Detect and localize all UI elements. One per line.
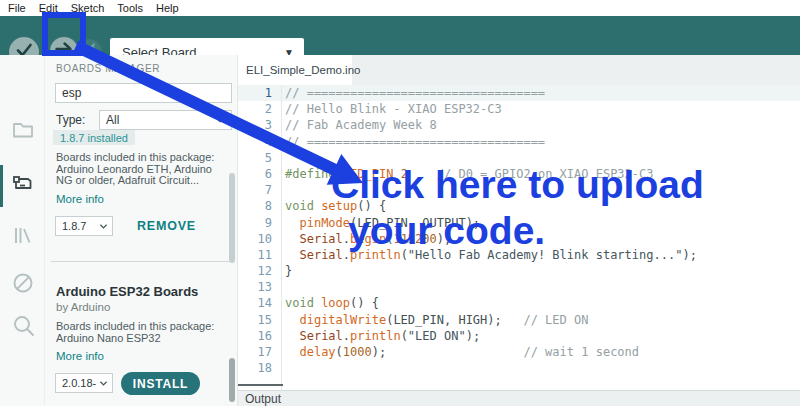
line-number: 16 (238, 328, 272, 344)
sidebar-item-boards-manager[interactable] (11, 171, 35, 195)
code-line-4[interactable]: 4// ================================= (238, 134, 800, 150)
code-line-9[interactable]: 9 pinMode(LED_PIN, OUTPUT); (238, 215, 800, 231)
code-text (272, 182, 285, 198)
code-text: // Hello Blink - XIAO ESP32-C3 (272, 101, 502, 117)
editor-tab-bar: ELI_Simple_Demo.ino (238, 55, 800, 85)
line-number: 7 (238, 182, 272, 198)
panel-scrollbar-thumb-lower[interactable] (229, 358, 235, 402)
books-icon (11, 233, 35, 250)
install-button[interactable]: INSTALL (121, 372, 200, 395)
code-text: } (272, 263, 292, 279)
activity-sidebar (0, 55, 45, 406)
package2-description: Boards included in this package:Arduino … (56, 321, 214, 344)
gutter-separator (281, 85, 282, 390)
arduino-ide-window: FileEditSketchToolsHelp Select Board ▼ (0, 0, 800, 406)
output-panel-title: Output (245, 392, 281, 406)
package1-version-dropdown[interactable]: 1.8.7 (55, 216, 113, 236)
code-text: void loop() { (272, 295, 379, 311)
line-number: 18 (238, 360, 272, 376)
code-line-1[interactable]: 1// ================================= (238, 85, 800, 101)
sidebar-item-library-manager[interactable] (11, 223, 35, 247)
menu-item-tools[interactable]: Tools (117, 0, 143, 16)
line-number: 3 (238, 117, 272, 133)
code-line-17[interactable]: 17 delay(1000); // wait 1 second (238, 344, 800, 360)
description-line: NG or older, Adafruit Circuit... (56, 175, 214, 187)
description-line: Arduino Nano ESP32 (56, 333, 214, 345)
line-number: 13 (238, 279, 272, 295)
panel-scrollbar-thumb[interactable] (229, 173, 235, 263)
description-line: Boards included in this package: (56, 321, 214, 333)
code-line-15[interactable]: 15 digitalWrite(LED_PIN, HIGH); // LED O… (238, 312, 800, 328)
description-line: Boards included in this package: (56, 152, 214, 164)
package1-more-info-link[interactable]: More info (56, 193, 104, 205)
line-number: 9 (238, 215, 272, 231)
code-line-2[interactable]: 2// Hello Blink - XIAO ESP32-C3 (238, 101, 800, 117)
code-line-5[interactable]: 5 (238, 150, 800, 166)
menu-item-file[interactable]: File (8, 0, 26, 16)
code-line-10[interactable]: 10 Serial.begin(115200); (238, 231, 800, 247)
code-line-14[interactable]: 14void loop() { (238, 295, 800, 311)
code-line-18[interactable]: 18 (238, 360, 800, 376)
remove-button[interactable]: REMOVE (137, 219, 196, 233)
code-area[interactable]: 1// =================================2//… (238, 85, 800, 390)
code-text: void setup() { (272, 198, 386, 214)
line-number: 5 (238, 150, 272, 166)
line-number: 4 (238, 134, 272, 150)
code-line-16[interactable]: 16 Serial.println("LED ON"); (238, 328, 800, 344)
menu-item-help[interactable]: Help (156, 0, 179, 16)
code-line-12[interactable]: 12} (238, 263, 800, 279)
code-text: delay(1000); // wait 1 second (272, 344, 639, 360)
menu-bar: FileEditSketchToolsHelp (0, 0, 800, 16)
boards-manager-panel: BOARDS MANAGER Type: All 1.8.7 installed… (45, 55, 238, 406)
line-number: 12 (238, 263, 272, 279)
code-text: #define LED_PIN 2 // D0 = GPIO2 on XIAO … (272, 166, 654, 182)
code-line-13[interactable]: 13 (238, 279, 800, 295)
package2-name: Arduino ESP32 Boards (56, 284, 198, 299)
search-icon (11, 325, 37, 342)
menu-item-edit[interactable]: Edit (39, 0, 58, 16)
active-tab-indicator (0, 165, 3, 207)
package-divider (51, 261, 232, 262)
output-panel-header[interactable]: Output (238, 390, 800, 406)
code-text: // ================================= (272, 134, 545, 150)
panel-title: BOARDS MANAGER (56, 63, 160, 74)
code-text (272, 360, 285, 376)
package2-version-value: 2.0.18- (62, 377, 99, 389)
code-text: digitalWrite(LED_PIN, HIGH); // LED ON (272, 312, 588, 328)
sidebar-item-debug[interactable] (11, 271, 35, 295)
code-line-3[interactable]: 3// Fab Academy Week 8 (238, 117, 800, 133)
package2-more-info-link[interactable]: More info (56, 350, 104, 362)
circle-slash-icon (11, 281, 35, 298)
folder-icon (11, 128, 35, 145)
line-number: 2 (238, 101, 272, 117)
code-line-7[interactable]: 7 (238, 182, 800, 198)
line-number: 6 (238, 166, 272, 182)
code-text: // Fab Academy Week 8 (272, 117, 437, 133)
type-label: Type: (56, 113, 99, 127)
microcontroller-board-icon (11, 181, 35, 198)
code-line-8[interactable]: 8void setup() { (238, 198, 800, 214)
code-line-11[interactable]: 11 Serial.println("Hello Fab Academy! Bl… (238, 247, 800, 263)
menu-item-sketch[interactable]: Sketch (71, 0, 105, 16)
tab-sketch-file[interactable]: ELI_Simple_Demo.ino (238, 55, 352, 85)
installed-version-badge: 1.8.7 installed (53, 130, 135, 145)
sidebar-item-search[interactable] (11, 313, 35, 337)
package2-version-dropdown[interactable]: 2.0.18- (55, 373, 113, 393)
sidebar-item-sketchbook[interactable] (11, 118, 35, 142)
code-text (272, 150, 285, 166)
type-filter-value: All (106, 113, 215, 127)
code-editor[interactable]: ELI_Simple_Demo.ino 1// ================… (238, 55, 800, 390)
code-text: Serial.begin(115200); (272, 231, 451, 247)
toolbar: Select Board ▼ (0, 16, 800, 55)
line-number: 15 (238, 312, 272, 328)
boards-search-input[interactable] (55, 83, 232, 103)
line-number: 14 (238, 295, 272, 311)
type-filter-dropdown[interactable]: All (99, 110, 232, 130)
package2-author: by Arduino (56, 301, 110, 313)
code-text (272, 279, 285, 295)
package1-version-value: 1.8.7 (62, 220, 99, 232)
line-number: 17 (238, 344, 272, 360)
gutter-end-line (238, 384, 283, 386)
code-text: pinMode(LED_PIN, OUTPUT); (272, 215, 480, 231)
code-line-6[interactable]: 6#define LED_PIN 2 // D0 = GPIO2 on XIAO… (238, 166, 800, 182)
